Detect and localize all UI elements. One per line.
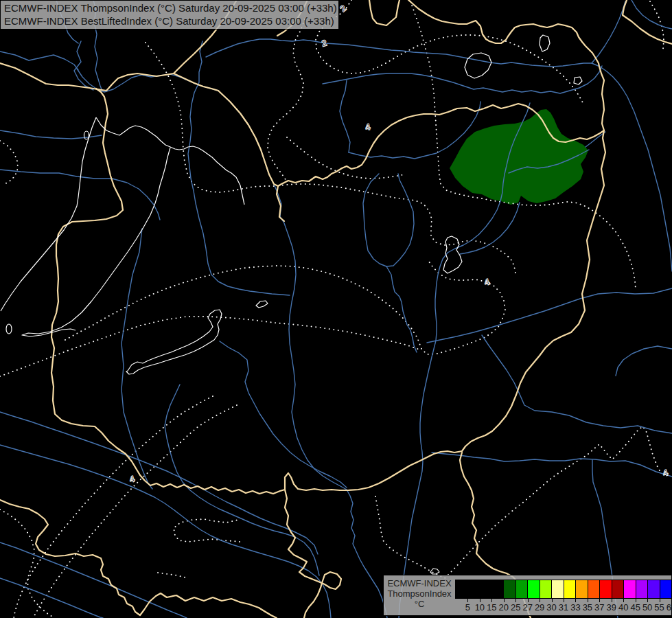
legend-color-swatch (515, 580, 528, 598)
legend-label: ECMWF-INDEX ThompsonIndex °C (384, 578, 455, 609)
contour-value-label: 4 (662, 467, 670, 479)
legend-tick-value: 10 (475, 602, 485, 613)
legend-color-swatch (503, 580, 515, 598)
legend-color-swatch (456, 580, 467, 598)
legend-tick-value: 40 (618, 602, 628, 613)
legend-tick-value: 39 (607, 602, 616, 613)
legend-color-swatch (479, 580, 491, 598)
legend-color-swatch (660, 580, 672, 598)
legend-color-swatch (564, 580, 576, 598)
legend-parameter-name: ThompsonIndex (384, 588, 455, 599)
legend-tick-value: 20 (499, 602, 509, 613)
legend-color-swatch (575, 580, 588, 598)
legend-color-swatch (527, 580, 540, 598)
legend-tick-value: 33 (570, 602, 580, 613)
title-line-best-lifted-index: ECMWF-INDEX BestLiftedIndex (°C) Saturda… (4, 14, 335, 27)
legend-color-swatch (540, 580, 552, 598)
legend-color-swatch (647, 580, 660, 598)
legend-tick-value: 37 (594, 602, 604, 613)
legend-tick-value: 15 (487, 602, 496, 613)
map-title-panel: ECMWF-INDEX ThompsonIndex (°C) Saturday … (0, 0, 339, 30)
legend-unit: °C (384, 599, 455, 609)
legend-tick-value: 5 (465, 602, 470, 613)
country-borders (0, 0, 672, 618)
legend-tick-value: 27 (522, 602, 532, 613)
legend-color-swatch (491, 580, 504, 598)
legend-tick-value: 35 (583, 602, 592, 613)
filled-index-region (450, 109, 588, 205)
contour-labels: 224444 (128, 3, 670, 485)
legend-tick-value: 31 (559, 602, 568, 613)
legend-tick-value: 55 (654, 602, 664, 613)
legend-color-swatch (599, 580, 612, 598)
legend-tick-value: 29 (535, 602, 544, 613)
contour-value-label: 4 (483, 276, 491, 288)
legend-tick-value: 60 (667, 602, 672, 613)
legend-tick-value: 25 (511, 602, 520, 613)
title-line-thompson-index: ECMWF-INDEX ThompsonIndex (°C) Saturday … (4, 1, 335, 14)
legend-tick-value: 30 (546, 602, 556, 613)
legend-color-swatch (551, 580, 564, 598)
legend-color-swatch (588, 580, 600, 598)
legend-product-name: ECMWF-INDEX (384, 578, 455, 588)
legend-tick-value: 45 (630, 602, 640, 613)
legend-color-swatch (623, 580, 636, 598)
contour-value-label: 4 (128, 473, 137, 485)
lake-tisza (443, 236, 462, 273)
legend-color-swatch (612, 580, 624, 598)
legend-color-swatch (467, 580, 480, 598)
contour-value-label: 2 (338, 3, 348, 14)
legend-tick-value: 50 (642, 602, 652, 613)
contour-value-label: 4 (364, 122, 371, 133)
legend-color-swatch (636, 580, 648, 598)
legend-color-scale (456, 580, 671, 598)
lake-balaton (126, 310, 222, 374)
weather-map-screen: 224444 ECMWF-INDEX ThompsonIndex (°C) Sa… (0, 0, 672, 618)
weather-map: 224444 (0, 0, 672, 618)
color-legend-panel: ECMWF-INDEX ThompsonIndex °C 51015202527… (383, 575, 672, 616)
